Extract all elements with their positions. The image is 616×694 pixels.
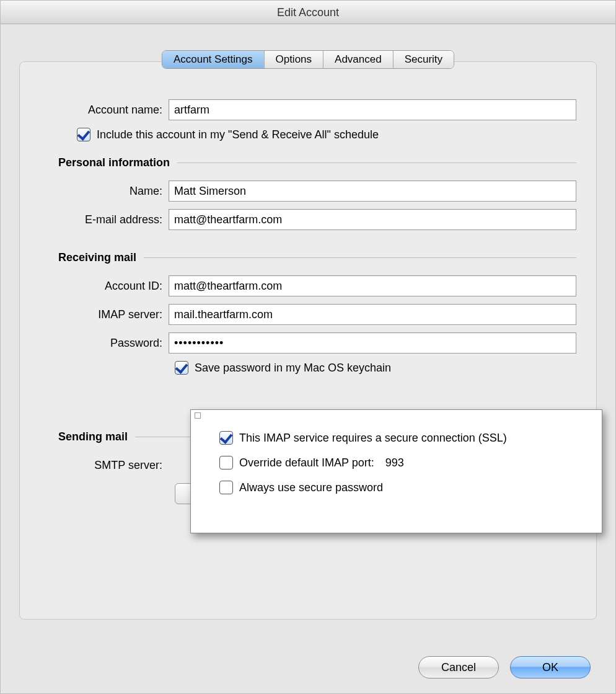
tab-security[interactable]: Security	[394, 51, 454, 68]
tab-account-settings[interactable]: Account Settings	[162, 51, 265, 68]
password-label: Password:	[40, 337, 169, 350]
include-schedule-checkbox[interactable]	[77, 128, 90, 141]
tab-options[interactable]: Options	[264, 51, 323, 68]
name-label: Name:	[40, 185, 169, 198]
edit-account-window: Edit Account Account Settings Options Ad…	[0, 0, 616, 694]
sending-mail-heading: Sending mail	[58, 430, 128, 443]
receiving-mail-heading: Receiving mail	[58, 251, 136, 264]
password-input[interactable]	[169, 332, 576, 354]
personal-info-heading: Personal information	[58, 156, 170, 169]
email-input[interactable]	[169, 209, 576, 230]
save-keychain-checkbox[interactable]	[175, 361, 188, 375]
secure-password-label: Always use secure password	[239, 481, 383, 494]
imap-port-input[interactable]	[382, 453, 447, 472]
ssl-label: This IMAP service requires a secure conn…	[239, 432, 507, 445]
dialog-buttons: Cancel OK	[418, 656, 591, 678]
cancel-button[interactable]: Cancel	[418, 656, 499, 678]
account-name-label: Account name:	[40, 104, 169, 117]
tab-advanced[interactable]: Advanced	[323, 51, 394, 68]
secure-password-checkbox[interactable]	[219, 481, 233, 494]
include-schedule-label: Include this account in my "Send & Recei…	[97, 128, 379, 141]
save-keychain-label: Save password in my Mac OS keychain	[195, 362, 391, 375]
window-title: Edit Account	[1, 1, 615, 24]
imap-server-input[interactable]	[169, 304, 576, 325]
divider	[177, 162, 576, 163]
account-id-label: Account ID:	[40, 280, 169, 293]
imap-advanced-popup: This IMAP service requires a secure conn…	[190, 409, 602, 533]
account-id-input[interactable]	[169, 275, 576, 296]
content-pane: Account name: Include this account in my…	[19, 61, 597, 620]
ok-button[interactable]: OK	[510, 656, 591, 678]
imap-server-label: IMAP server:	[40, 308, 169, 321]
tab-bar: Account Settings Options Advanced Securi…	[162, 50, 454, 69]
ssl-checkbox[interactable]	[219, 431, 233, 445]
email-label: E-mail address:	[40, 213, 169, 226]
smtp-server-label: SMTP server:	[40, 459, 169, 472]
override-port-checkbox[interactable]	[219, 456, 233, 469]
override-port-label: Override default IMAP port:	[239, 456, 374, 469]
account-name-input[interactable]	[169, 99, 576, 120]
name-input[interactable]	[169, 180, 576, 202]
popup-handle-icon[interactable]	[195, 412, 201, 419]
divider	[144, 257, 576, 258]
